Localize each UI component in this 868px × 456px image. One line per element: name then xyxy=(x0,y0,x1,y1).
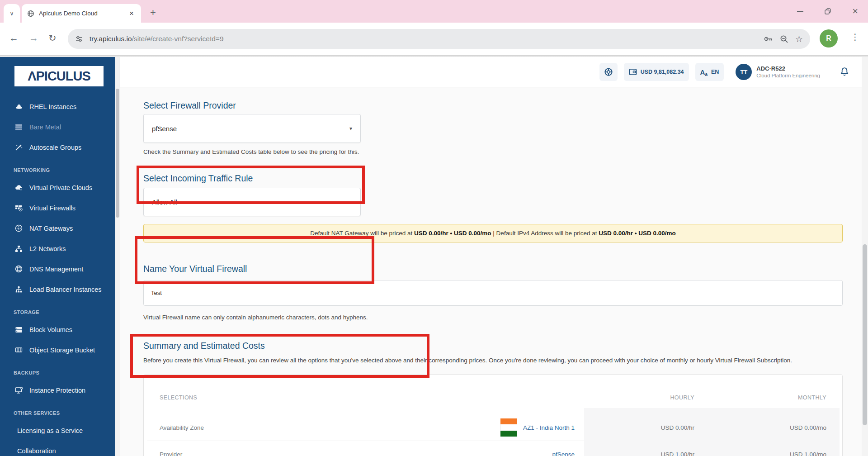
globe-icon xyxy=(14,265,23,273)
nat-gateway-icon xyxy=(14,224,23,232)
incoming-traffic-dropdown[interactable]: Allow All ▾ xyxy=(143,188,361,216)
hourly-price: USD 0.00/hr xyxy=(575,424,694,431)
sidebar-section-storage: STORAGE xyxy=(0,305,115,319)
language-button[interactable]: Aa EN xyxy=(695,63,724,81)
sidebar-section-networking: NETWORKING xyxy=(0,163,115,177)
summary-section-title: Summary and Estimated Costs xyxy=(143,342,843,350)
column-monthly: MONTHLY xyxy=(694,394,826,401)
firewall-provider-dropdown[interactable]: pfSense ▾ xyxy=(143,114,361,143)
tab-search-button[interactable]: ∨ xyxy=(4,4,20,23)
address-bar[interactable]: try.apiculus.io/site/#/create-vnf?servic… xyxy=(68,29,810,49)
storage-bucket-icon xyxy=(14,346,23,354)
page-scrollbar-thumb[interactable] xyxy=(863,244,867,425)
sidebar-item-autoscale-groups[interactable]: Autoscale Groups xyxy=(0,137,115,157)
row-label: Provider xyxy=(160,451,385,456)
hourly-price: USD 1.00/hr xyxy=(575,451,694,456)
row-label: Availability Zone xyxy=(160,424,385,431)
bell-icon xyxy=(840,67,849,77)
user-avatar: TT xyxy=(736,64,752,80)
tab-close-icon[interactable]: × xyxy=(127,9,136,18)
block-volumes-icon xyxy=(14,326,23,333)
browser-toolbar: ← → ↻ try.apiculus.io/site/#/create-vnf?… xyxy=(0,23,868,55)
server-stack-icon xyxy=(14,123,23,131)
pricing-notice-banner: Default NAT Gateway will be priced at US… xyxy=(143,224,843,242)
zoom-out-icon[interactable] xyxy=(779,34,789,44)
window-restore-button[interactable] xyxy=(824,8,831,15)
notifications-button[interactable] xyxy=(840,67,849,77)
chevron-down-icon: ∨ xyxy=(9,10,14,17)
back-button[interactable]: ← xyxy=(9,33,19,43)
load-balancer-icon xyxy=(14,285,23,293)
sidebar-item-virtual-firewalls[interactable]: Virtual Firewalls xyxy=(0,198,115,218)
cloud-lock-icon xyxy=(14,184,23,191)
availability-zone-link[interactable]: AZ1 - India North 1 xyxy=(523,424,575,431)
magic-wand-icon xyxy=(14,143,23,151)
url-text[interactable]: try.apiculus.io/site/#/create-vnf?servic… xyxy=(90,35,757,43)
chevron-down-icon: ▾ xyxy=(349,199,352,205)
firewall-provider-value: pfSense xyxy=(152,125,177,133)
browser-profile-avatar[interactable]: R xyxy=(820,29,838,48)
summary-costs-table: SELECTIONS HOURLY MONTHLY Availability Z… xyxy=(143,374,843,456)
account-balance-button[interactable]: USD 9,81,082.34 xyxy=(624,63,689,81)
chevron-down-icon: ▾ xyxy=(349,125,352,132)
network-tree-icon xyxy=(14,245,23,252)
column-hourly: HOURLY xyxy=(575,394,694,401)
language-code: EN xyxy=(711,69,719,75)
column-selections: SELECTIONS xyxy=(160,394,385,401)
lifebuoy-icon xyxy=(604,67,613,76)
traffic-section-title: Select Incoming Traffic Rule xyxy=(143,174,843,183)
sidebar-scrollbar-thumb[interactable] xyxy=(116,89,119,218)
browser-tabstrip: ∨ Apiculus Demo Cloud × + × xyxy=(0,0,868,23)
firewall-bricks-icon xyxy=(14,204,23,212)
help-button[interactable] xyxy=(599,63,618,81)
india-flag-icon xyxy=(500,418,517,437)
monthly-price: USD 0.00/mo xyxy=(694,424,826,431)
sidebar-item-load-balancer-instances[interactable]: Load Balancer Instances xyxy=(0,279,115,299)
site-settings-icon[interactable] xyxy=(75,35,83,43)
browser-menu-icon[interactable]: ⋮ xyxy=(851,32,859,42)
translate-icon: Aa xyxy=(700,68,708,76)
bookmark-star-icon[interactable]: ☆ xyxy=(795,34,803,44)
user-menu[interactable]: TT ADC-R522 Cloud Platform Engineering xyxy=(736,64,820,80)
name-section-title: Name Your Virtual Firewall xyxy=(143,265,843,273)
browser-tab[interactable]: Apiculus Demo Cloud × xyxy=(22,4,141,23)
sidebar-item-instance-protection[interactable]: Instance Protection xyxy=(0,380,115,400)
sidebar-item-licensing-as-a-service[interactable]: Licensing as a Service xyxy=(0,420,115,441)
table-row: Provider pfSense USD 1.00/hr USD 1.00/mo xyxy=(144,441,842,456)
sidebar-item-bare-metal[interactable]: Bare Metal xyxy=(0,117,115,137)
reload-button[interactable]: ↻ xyxy=(48,33,57,43)
sidebar-item-collaboration[interactable]: Collaboration xyxy=(0,441,115,456)
table-row: Availability Zone AZ1 - India North 1 US… xyxy=(144,414,842,441)
account-name: ADC-R522 xyxy=(756,65,820,72)
new-tab-button[interactable]: + xyxy=(150,7,156,18)
name-helper-text: Virtual Firewall name can only contain a… xyxy=(143,314,843,321)
monthly-price: USD 1.00/mo xyxy=(694,451,826,456)
sidebar-item-object-storage-bucket[interactable]: Object Storage Bucket xyxy=(0,340,115,360)
globe-favicon-icon xyxy=(27,10,34,17)
sidebar-item-virtual-private-clouds[interactable]: Virtual Private Clouds xyxy=(0,177,115,198)
fedora-hat-icon xyxy=(14,103,23,110)
app-header: USD 9,81,082.34 Aa EN TT ADC-R522 Cloud … xyxy=(120,57,868,87)
sidebar-item-dns-management[interactable]: DNS Management xyxy=(0,259,115,279)
apiculus-logo[interactable]: ΛPICULUS xyxy=(14,66,104,86)
sidebar-item-l2-networks[interactable]: L2 Networks xyxy=(0,238,115,259)
window-close-button[interactable]: × xyxy=(852,5,858,17)
table-header-row: SELECTIONS HOURLY MONTHLY xyxy=(144,375,842,414)
provider-section-title: Select Firewall Provider xyxy=(143,101,843,110)
tab-title: Apiculus Demo Cloud xyxy=(39,10,123,17)
sidebar-item-nat-gateways[interactable]: NAT Gateways xyxy=(0,218,115,238)
window-minimize-button[interactable] xyxy=(797,11,803,12)
account-subtitle: Cloud Platform Engineering xyxy=(756,72,820,79)
sidebar-item-rhel-instances[interactable]: RHEL Instances xyxy=(0,96,115,117)
sidebar-item-block-volumes[interactable]: Block Volumes xyxy=(0,319,115,340)
provider-helper-text: Check the Summary and Estimated Costs ta… xyxy=(143,148,843,156)
wallet-icon xyxy=(629,68,637,76)
monitor-shield-icon xyxy=(14,386,23,394)
password-key-icon[interactable] xyxy=(763,34,773,44)
summary-description: Before you create this Virtual Firewall,… xyxy=(143,356,843,364)
provider-link[interactable]: pfSense xyxy=(552,451,575,456)
firewall-name-input[interactable] xyxy=(143,280,843,306)
forward-button[interactable]: → xyxy=(29,33,38,43)
sidebar: ΛPICULUS RHEL Instances Bare Metal Autos… xyxy=(0,57,115,456)
sidebar-section-other-services: OTHER SERVICES xyxy=(0,406,115,420)
